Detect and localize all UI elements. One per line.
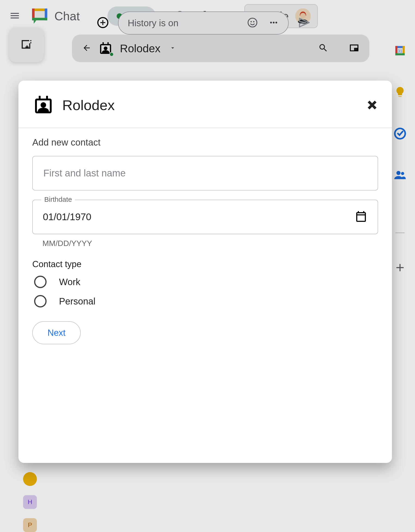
rolodex-modal: Rolodex Add new contact Birthdate 01/01/… [19,81,392,463]
modal-header: Rolodex [19,81,392,128]
svg-rect-33 [39,96,40,99]
contact-type-radios: Work Personal [34,276,378,307]
modal-title: Rolodex [62,97,115,113]
modal-body: Add new contact Birthdate 01/01/1970 MM/… [19,128,392,353]
section-label: Add new contact [32,137,378,148]
calendar-picker-icon[interactable] [355,210,367,224]
name-field-wrapper[interactable] [32,156,378,190]
birthdate-label: Birthdate [41,196,75,203]
birthdate-field[interactable]: Birthdate 01/01/1970 [32,200,378,234]
rolodex-logo-icon [32,94,54,116]
contact-type-label: Contact type [32,259,378,269]
name-input[interactable] [43,167,367,179]
next-button[interactable]: Next [32,321,81,344]
radio-icon [34,276,47,288]
radio-label: Personal [59,296,95,306]
radio-label: Work [59,277,80,287]
radio-icon [34,295,47,307]
svg-point-32 [40,102,46,108]
close-icon[interactable] [366,99,378,111]
radio-personal[interactable]: Personal [34,295,378,307]
svg-rect-34 [46,96,48,99]
birthdate-helper: MM/DD/YYYY [42,239,378,248]
radio-work[interactable]: Work [34,276,378,288]
birthdate-value: 01/01/1970 [43,211,355,222]
